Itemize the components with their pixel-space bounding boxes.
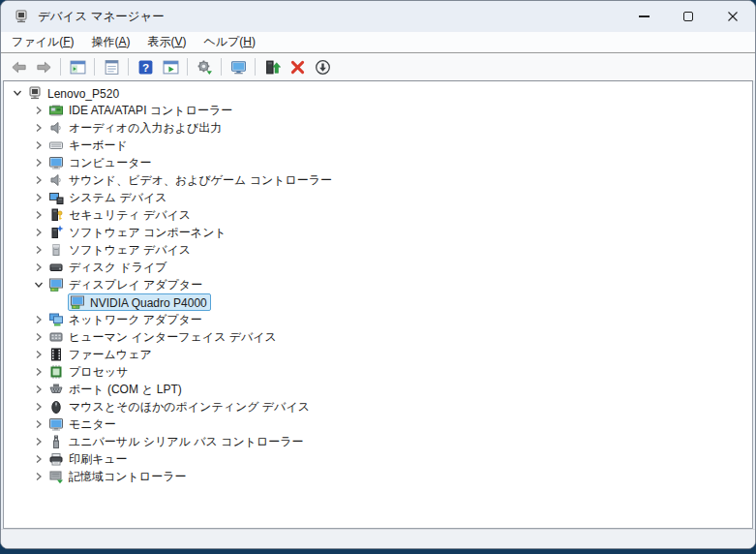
tree-item-label[interactable]: ディスプレイ アダプター — [69, 276, 202, 293]
tree-item-body[interactable]: ヒューマン インターフェイス デバイス — [46, 328, 281, 346]
tree-item-label[interactable]: ディスク ドライブ — [69, 259, 167, 276]
tree-item-label[interactable]: プロセッサ — [69, 363, 128, 381]
tree-item[interactable]: サウンド、ビデオ、およびゲーム コントローラー — [4, 171, 752, 189]
tree-item[interactable]: プロセッサ — [4, 363, 752, 381]
tree-item[interactable]: ソフトウェア デバイス — [4, 241, 752, 259]
expander-chevron-icon[interactable] — [31, 120, 46, 136]
tree-item[interactable]: NVIDIA Quadro P4000 — [4, 293, 752, 311]
tree-item-body[interactable]: IDE ATA/ATAPI コントローラー — [46, 102, 236, 119]
tree-item-label[interactable]: オーディオの入力および出力 — [69, 119, 222, 137]
tree-item-body[interactable]: ディスク ドライブ — [46, 259, 171, 276]
tree-item[interactable]: ディスク ドライブ — [4, 259, 752, 276]
expander-chevron-icon[interactable] — [31, 242, 46, 258]
tree-item-body[interactable]: 記憶域コントローラー — [46, 468, 190, 485]
properties-button[interactable] — [99, 55, 124, 78]
tree-item-label[interactable]: キーボード — [69, 137, 128, 154]
tree-item-body[interactable]: システム デバイス — [46, 189, 171, 206]
tree-item-label[interactable]: ユニバーサル シリアル バス コントローラー — [69, 433, 304, 450]
tree-item-label[interactable]: コンピューター — [69, 154, 151, 171]
expander-chevron-icon[interactable] — [31, 225, 46, 240]
tree-item[interactable]: ユニバーサル シリアル バス コントローラー — [4, 433, 752, 450]
tree-item-body[interactable]: ソフトウェア デバイス — [46, 241, 195, 259]
uninstall-device-button[interactable] — [285, 55, 310, 78]
tree-item-body[interactable]: ユニバーサル シリアル バス コントローラー — [46, 433, 308, 450]
expander-chevron-icon[interactable] — [31, 329, 46, 345]
expander-chevron-icon[interactable] — [31, 312, 46, 327]
expander-chevron-icon[interactable] — [31, 382, 46, 397]
menu-action[interactable]: 操作(A) — [82, 32, 138, 52]
tree-item-body[interactable]: セキュリティ デバイス — [46, 206, 195, 224]
scan-hardware-changes-button[interactable] — [226, 55, 251, 78]
tree-item[interactable]: セキュリティ デバイス — [4, 206, 752, 224]
expander-chevron-icon[interactable] — [31, 451, 46, 467]
maximize-button[interactable] — [666, 1, 711, 32]
menu-help[interactable]: ヘルプ(H) — [196, 32, 265, 52]
expander-chevron-icon[interactable] — [31, 190, 46, 205]
tree-item-label[interactable]: モニター — [69, 416, 116, 433]
tree-item-body[interactable]: オーディオの入力および出力 — [46, 119, 226, 137]
close-button[interactable] — [711, 1, 755, 32]
tree-item-label[interactable]: ソフトウェア コンポーネント — [69, 224, 227, 241]
expander-chevron-icon[interactable] — [31, 207, 46, 223]
expander-chevron-icon[interactable] — [31, 434, 46, 449]
tree-item-body[interactable]: ソフトウェア コンポーネント — [46, 224, 230, 241]
tree-item[interactable]: マウスとそのほかのポインティング デバイス — [4, 398, 752, 416]
expander-chevron-icon[interactable] — [31, 172, 46, 188]
expander-chevron-icon[interactable] — [31, 399, 46, 415]
tree-item-label[interactable]: Lenovo_P520 — [47, 86, 119, 101]
tree-item[interactable]: システム デバイス — [4, 189, 752, 206]
tree-item-label[interactable]: ポート (COM と LPT) — [69, 381, 182, 398]
expander-chevron-icon[interactable] — [31, 364, 46, 380]
tree-item[interactable]: ディスプレイ アダプター — [4, 276, 752, 293]
expander-chevron-icon[interactable] — [31, 347, 46, 362]
tree-item[interactable]: Lenovo_P520 — [4, 84, 752, 102]
tree-item-body[interactable]: Lenovo_P520 — [25, 84, 123, 102]
tree-item-label[interactable]: 記憶域コントローラー — [69, 468, 186, 485]
action-pane-button[interactable] — [158, 55, 183, 78]
tree-item-label[interactable]: セキュリティ デバイス — [69, 206, 191, 224]
tree-item-label[interactable]: ヒューマン インターフェイス デバイス — [69, 328, 277, 346]
show-console-tree-button[interactable] — [65, 55, 90, 78]
tree-item[interactable]: オーディオの入力および出力 — [4, 119, 752, 137]
tree-item-label[interactable]: IDE ATA/ATAPI コントローラー — [69, 102, 232, 119]
expander-chevron-icon[interactable] — [31, 416, 46, 432]
tree-item-selected[interactable]: NVIDIA Quadro P4000 — [68, 293, 211, 311]
expander-chevron-icon[interactable] — [31, 138, 46, 153]
expander-chevron-icon[interactable] — [31, 103, 46, 118]
tree-item-label[interactable]: NVIDIA Quadro P4000 — [90, 295, 207, 310]
tree-item-body[interactable]: マウスとそのほかのポインティング デバイス — [46, 398, 314, 416]
tree-item-body[interactable]: 印刷キュー — [46, 450, 132, 468]
tree-item[interactable]: 印刷キュー — [4, 450, 752, 468]
expander-chevron-icon[interactable] — [31, 277, 46, 292]
tree-item[interactable]: ポート (COM と LPT) — [4, 381, 752, 398]
tree-item[interactable]: ファームウェア — [4, 346, 752, 363]
tree-item-body[interactable]: プロセッサ — [46, 363, 132, 381]
titlebar[interactable]: デバイス マネージャー — [1, 1, 755, 32]
tree-item-label[interactable]: ファームウェア — [69, 346, 152, 363]
tree-item[interactable]: ネットワーク アダプター — [4, 311, 752, 328]
tree-item-body[interactable]: ファームウェア — [46, 346, 156, 363]
tree-item-label[interactable]: 印刷キュー — [69, 450, 128, 468]
expander-chevron-icon[interactable] — [31, 155, 46, 170]
tree-item[interactable]: キーボード — [4, 137, 752, 154]
tree-item-body[interactable]: ネットワーク アダプター — [46, 311, 206, 328]
tree-item-label[interactable]: ネットワーク アダプター — [69, 311, 202, 328]
tree-item-body[interactable]: コンピューター — [46, 154, 155, 171]
help-button[interactable]: ? — [133, 55, 158, 78]
expander-chevron-icon[interactable] — [31, 260, 46, 275]
tree-item[interactable]: 記憶域コントローラー — [4, 468, 752, 485]
back-button[interactable] — [6, 55, 31, 78]
tree-item-label[interactable]: サウンド、ビデオ、およびゲーム コントローラー — [69, 171, 332, 189]
update-driver-button[interactable] — [259, 55, 285, 78]
expander-chevron-icon[interactable] — [31, 469, 46, 484]
tree-item-body[interactable]: ポート (COM と LPT) — [46, 381, 186, 398]
tree-item-label[interactable]: マウスとそのほかのポインティング デバイス — [69, 398, 310, 416]
tree-item-label[interactable]: ソフトウェア デバイス — [69, 241, 191, 259]
tree-item[interactable]: IDE ATA/ATAPI コントローラー — [4, 102, 752, 119]
tree-item-body[interactable]: モニター — [46, 416, 120, 433]
expander-chevron-icon[interactable] — [10, 85, 25, 101]
tree-item[interactable]: コンピューター — [4, 154, 752, 171]
tree-item-body[interactable]: キーボード — [46, 137, 132, 154]
menu-file[interactable]: ファイル(F) — [3, 32, 82, 52]
tree-item[interactable]: モニター — [4, 416, 752, 433]
